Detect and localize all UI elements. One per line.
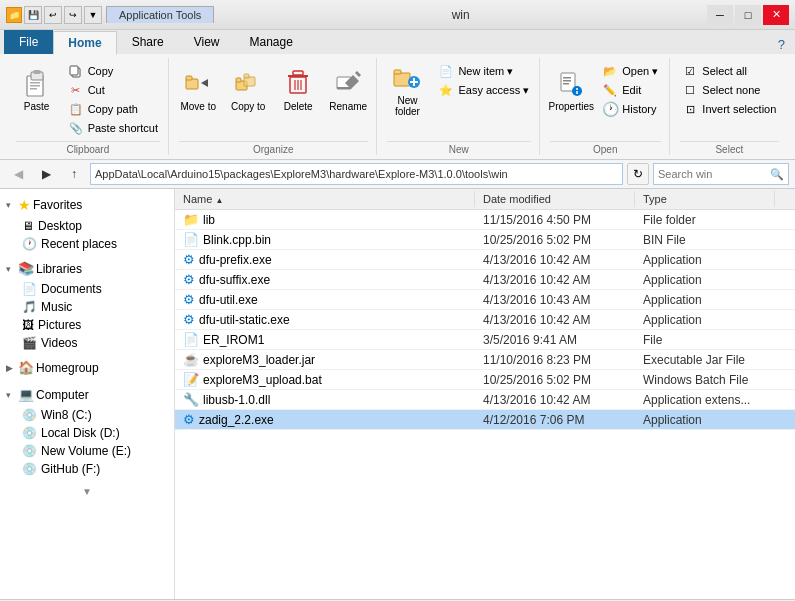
favorites-header[interactable]: ▾ ★ Favorites xyxy=(0,193,174,217)
invert-selection-button[interactable]: ⊡ Invert selection xyxy=(677,100,781,118)
maximize-button[interactable]: □ xyxy=(735,5,761,25)
sidebar-item-pictures[interactable]: 🖼 Pictures xyxy=(0,316,174,334)
table-row[interactable]: 📄 ER_IROM1 3/5/2016 9:41 AM File 6 KB xyxy=(175,330,795,350)
pictures-label: Pictures xyxy=(38,318,81,332)
minimize-button[interactable]: ─ xyxy=(707,5,733,25)
sidebar-item-documents[interactable]: 📄 Documents xyxy=(0,280,174,298)
table-row[interactable]: ⚙ dfu-util-static.exe 4/13/2016 10:42 AM… xyxy=(175,310,795,330)
table-row[interactable]: ☕ exploreM3_loader.jar 11/10/2016 8:23 P… xyxy=(175,350,795,370)
qs-dropdown-btn[interactable]: ▼ xyxy=(84,6,102,24)
drive-e-label: New Volume (E:) xyxy=(41,444,131,458)
computer-header[interactable]: ▾ 💻 Computer xyxy=(0,383,174,406)
homegroup-header[interactable]: ▶ 🏠 Homegroup xyxy=(0,356,174,379)
properties-button[interactable]: Properties xyxy=(547,60,595,118)
group-clipboard: Paste Copy ✂ Cut xyxy=(8,58,169,155)
qs-redo-btn[interactable]: ↪ xyxy=(64,6,82,24)
open-title: Open xyxy=(550,141,661,155)
help-button[interactable]: ? xyxy=(772,35,791,54)
libraries-section: ▾ 📚 Libraries 📄 Documents 🎵 Music 🖼 Pict… xyxy=(0,257,174,352)
music-label: Music xyxy=(41,300,72,314)
copy-to-button[interactable]: Copy to xyxy=(224,60,272,118)
col-header-name[interactable]: Name ▲ xyxy=(175,191,475,207)
file-type-cell: Application xyxy=(635,411,775,429)
forward-button[interactable]: ▶ xyxy=(34,163,58,185)
cut-button[interactable]: ✂ Cut xyxy=(63,81,163,99)
tab-file[interactable]: File xyxy=(4,30,53,54)
edit-button[interactable]: ✏️ Edit xyxy=(597,81,663,99)
sidebar-item-e[interactable]: 💿 New Volume (E:) xyxy=(0,442,174,460)
search-input[interactable] xyxy=(658,168,768,180)
open-button[interactable]: 📂 Open ▾ xyxy=(597,62,663,80)
file-name: exploreM3_loader.jar xyxy=(203,353,315,367)
sidebar-item-videos[interactable]: 🎬 Videos xyxy=(0,334,174,352)
table-row[interactable]: ⚙ dfu-prefix.exe 4/13/2016 10:42 AM Appl… xyxy=(175,250,795,270)
svg-rect-4 xyxy=(30,85,40,87)
history-label: History xyxy=(622,103,656,115)
easy-access-button[interactable]: ⭐ Easy access ▾ xyxy=(433,81,534,99)
favorites-section: ▾ ★ Favorites 🖥 Desktop 🕐 Recent places xyxy=(0,193,174,253)
file-type-icon: 📄 xyxy=(183,332,199,347)
sidebar-item-music[interactable]: 🎵 Music xyxy=(0,298,174,316)
select-none-button[interactable]: ☐ Select none xyxy=(677,81,781,99)
history-button[interactable]: 🕐 History xyxy=(597,100,663,118)
table-row[interactable]: 🔧 libusb-1.0.dll 4/13/2016 10:42 AM Appl… xyxy=(175,390,795,410)
select-all-button[interactable]: ☑ Select all xyxy=(677,62,781,80)
sidebar-item-f[interactable]: 💿 GitHub (F:) xyxy=(0,460,174,478)
qs-undo-btn[interactable]: ↩ xyxy=(44,6,62,24)
new-folder-button[interactable]: New folder xyxy=(383,60,431,118)
svg-rect-33 xyxy=(563,83,569,85)
copy-path-label: Copy path xyxy=(88,103,138,115)
table-row[interactable]: 📄 Blink.cpp.bin 10/25/2016 5:02 PM BIN F… xyxy=(175,230,795,250)
col-header-size[interactable]: Size xyxy=(775,191,795,207)
move-to-button[interactable]: Move to xyxy=(174,60,222,118)
application-tools-tab[interactable]: Application Tools xyxy=(106,6,214,23)
recent-label: Recent places xyxy=(41,237,117,251)
edit-label: Edit xyxy=(622,84,641,96)
tab-share[interactable]: Share xyxy=(117,30,179,54)
close-button[interactable]: ✕ xyxy=(763,5,789,25)
sidebar-item-c[interactable]: 💿 Win8 (C:) xyxy=(0,406,174,424)
tab-home[interactable]: Home xyxy=(53,31,116,55)
paste-shortcut-button[interactable]: 📎 Paste shortcut xyxy=(63,119,163,137)
table-row[interactable]: ⚙ dfu-suffix.exe 4/13/2016 10:42 AM Appl… xyxy=(175,270,795,290)
file-type-icon: ⚙ xyxy=(183,412,195,427)
file-type-icon: ⚙ xyxy=(183,292,195,307)
sidebar-item-recent[interactable]: 🕐 Recent places xyxy=(0,235,174,253)
col-header-type[interactable]: Type xyxy=(635,191,775,207)
table-row[interactable]: ⚙ dfu-util.exe 4/13/2016 10:43 AM Applic… xyxy=(175,290,795,310)
copy-button[interactable]: Copy xyxy=(63,62,163,80)
drive-f-icon: 💿 xyxy=(22,462,37,476)
back-button[interactable]: ◀ xyxy=(6,163,30,185)
refresh-button[interactable]: ↻ xyxy=(627,163,649,185)
tab-view[interactable]: View xyxy=(179,30,235,54)
search-box: 🔍 xyxy=(653,163,789,185)
qs-save-btn[interactable]: 💾 xyxy=(24,6,42,24)
copy-path-button[interactable]: 📋 Copy path xyxy=(63,100,163,118)
cut-label: Cut xyxy=(88,84,105,96)
file-type-cell: Application xyxy=(635,251,775,269)
table-row[interactable]: ⚙ zadig_2.2.exe 4/12/2016 7:06 PM Applic… xyxy=(175,410,795,430)
svg-rect-32 xyxy=(563,80,571,82)
file-name-cell: 📝 exploreM3_upload.bat xyxy=(175,370,475,389)
table-row[interactable]: 📝 exploreM3_upload.bat 10/25/2016 5:02 P… xyxy=(175,370,795,390)
table-row[interactable]: 📁 lib 11/15/2016 4:50 PM File folder xyxy=(175,210,795,230)
sidebar-item-d[interactable]: 💿 Local Disk (D:) xyxy=(0,424,174,442)
organize-content: Move to Copy to xyxy=(174,58,372,139)
delete-button[interactable]: Delete xyxy=(274,60,322,118)
address-input[interactable] xyxy=(90,163,623,185)
col-header-date[interactable]: Date modified xyxy=(475,191,635,207)
libraries-label: Libraries xyxy=(36,262,82,276)
paste-icon xyxy=(21,67,53,99)
documents-label: Documents xyxy=(41,282,102,296)
file-type-icon: 📄 xyxy=(183,232,199,247)
tab-manage[interactable]: Manage xyxy=(235,30,308,54)
new-item-button[interactable]: 📄 New item ▾ xyxy=(433,62,534,80)
rename-button[interactable]: Rename xyxy=(324,60,372,118)
up-button[interactable]: ↑ xyxy=(62,163,86,185)
libraries-header[interactable]: ▾ 📚 Libraries xyxy=(0,257,174,280)
search-icon[interactable]: 🔍 xyxy=(770,168,784,181)
sidebar-item-desktop[interactable]: 🖥 Desktop xyxy=(0,217,174,235)
easy-access-icon: ⭐ xyxy=(438,82,454,98)
paste-button[interactable]: Paste xyxy=(13,60,61,118)
file-date-cell: 4/13/2016 10:43 AM xyxy=(475,291,635,309)
